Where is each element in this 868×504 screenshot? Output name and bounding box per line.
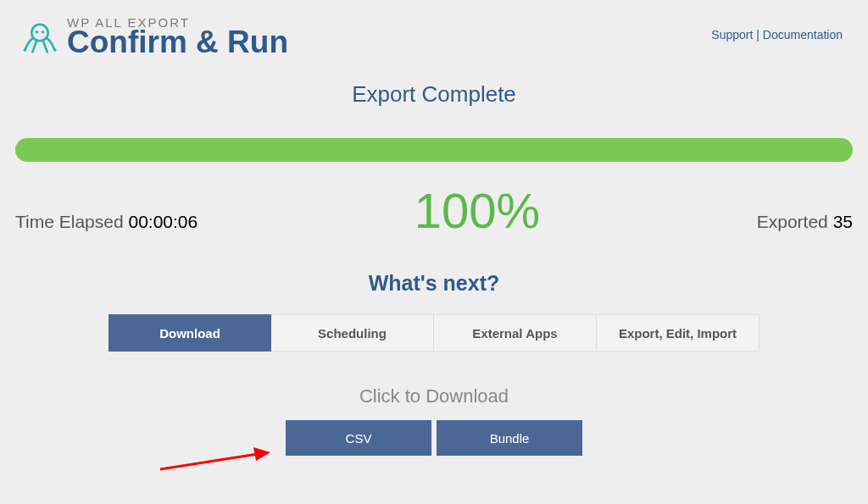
svg-point-2	[42, 30, 45, 34]
page-header: WP ALL EXPORT Confirm & Run Support | Do…	[0, 0, 868, 58]
bundle-button[interactable]: Bundle	[437, 420, 582, 456]
svg-line-3	[160, 454, 258, 469]
header-links: Support | Documentation	[711, 28, 843, 42]
progress-bar	[15, 138, 853, 162]
page-title: Confirm & Run	[67, 26, 711, 58]
svg-point-1	[36, 30, 39, 34]
tabs: Download Scheduling External Apps Export…	[0, 314, 868, 352]
click-download-heading: Click to Download	[0, 385, 868, 407]
support-link[interactable]: Support	[711, 28, 753, 42]
exported-count: Exported 35	[757, 212, 853, 232]
status-title: Export Complete	[0, 81, 868, 108]
link-separator: |	[753, 28, 762, 42]
tab-scheduling[interactable]: Scheduling	[271, 314, 434, 352]
tab-export-edit-import[interactable]: Export, Edit, Import	[597, 314, 760, 352]
whats-next-heading: What's next?	[0, 271, 868, 296]
progress-percent: 100%	[415, 182, 540, 239]
time-elapsed-value: 00:00:06	[128, 212, 198, 231]
documentation-link[interactable]: Documentation	[763, 28, 843, 42]
time-elapsed: Time Elapsed 00:00:06	[15, 212, 198, 232]
title-block: WP ALL EXPORT Confirm & Run	[67, 15, 711, 58]
exported-label: Exported	[757, 212, 833, 231]
tab-external-apps[interactable]: External Apps	[434, 314, 597, 352]
octopus-logo-icon	[21, 18, 58, 55]
svg-point-0	[31, 25, 47, 41]
download-buttons: CSV Bundle	[0, 420, 868, 456]
tab-download[interactable]: Download	[108, 314, 271, 352]
stats-row: Time Elapsed 00:00:06 100% Exported 35	[0, 182, 868, 239]
time-elapsed-label: Time Elapsed	[15, 212, 128, 231]
exported-value: 35	[833, 212, 853, 231]
csv-button[interactable]: CSV	[286, 420, 431, 456]
